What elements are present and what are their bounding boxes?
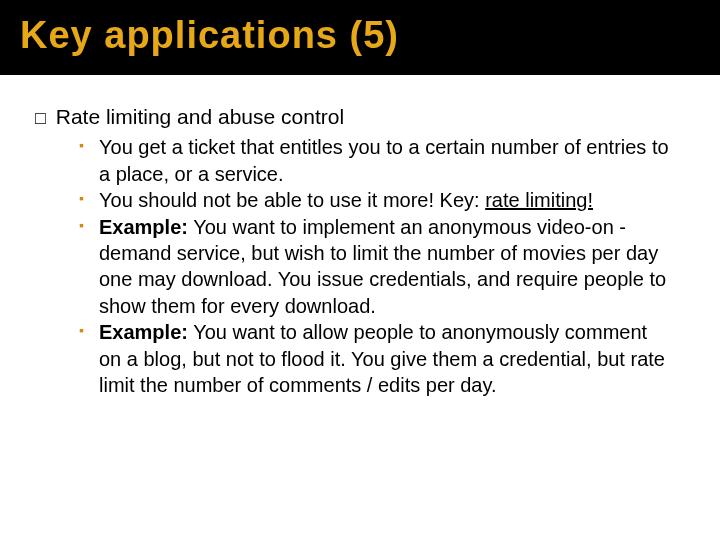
slide-content: □ Rate limiting and abuse control You ge… [0, 75, 720, 398]
list-item: You get a ticket that entitles you to a … [79, 134, 670, 187]
top-bullet-text: Rate limiting and abuse control [56, 105, 344, 128]
bullet-label: Example: [99, 321, 188, 343]
top-bullet: □ Rate limiting and abuse control [35, 103, 670, 130]
bullet-text: You should not be able to use it more! K… [99, 189, 485, 211]
underlined-text: rate limiting! [485, 189, 593, 211]
slide-title: Key applications (5) [20, 14, 700, 57]
title-bar: Key applications (5) [0, 0, 720, 75]
slide: Key applications (5) □ Rate limiting and… [0, 0, 720, 540]
bullet-text: You get a ticket that entitles you to a … [99, 136, 669, 184]
square-bullet-icon: □ [35, 107, 46, 130]
list-item: Example: You want to allow people to ano… [79, 319, 670, 398]
bullet-label: Example: [99, 216, 188, 238]
list-item: Example: You want to implement an anonym… [79, 214, 670, 320]
sub-bullet-list: You get a ticket that entitles you to a … [35, 134, 670, 398]
list-item: You should not be able to use it more! K… [79, 187, 670, 213]
